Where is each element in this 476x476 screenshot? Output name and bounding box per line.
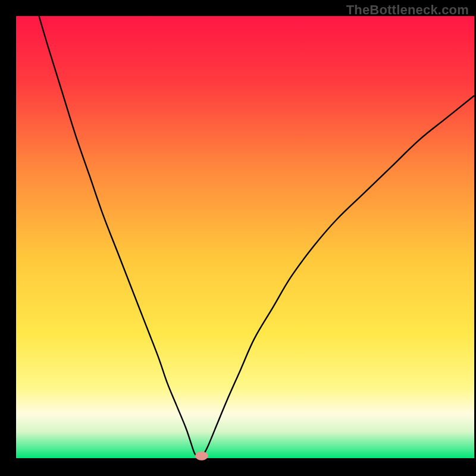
plot-background <box>16 16 474 458</box>
optimum-marker <box>195 452 208 461</box>
bottleneck-chart <box>0 0 476 476</box>
chart-frame: TheBottleneck.com <box>0 0 476 476</box>
